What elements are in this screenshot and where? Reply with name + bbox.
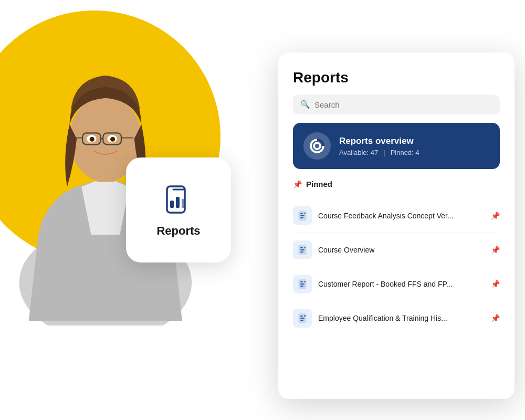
svg-rect-16: [176, 197, 180, 208]
pin-header-icon: 📌: [293, 180, 302, 188]
reports-icon-label: Reports: [156, 224, 200, 238]
main-scene: Reports Reports 🔍 Reports overview: [0, 0, 525, 420]
svg-rect-29: [300, 251, 303, 253]
report-pin-icon: 📌: [491, 246, 500, 254]
meta-divider: |: [383, 149, 385, 156]
report-list-item[interactable]: Course Overview 📌: [293, 233, 500, 267]
report-doc-icon: [293, 309, 312, 328]
available-text: Available: 47: [339, 149, 378, 156]
reports-panel: Reports 🔍 Reports overview Available: [278, 52, 514, 399]
report-doc-icon: [293, 206, 312, 225]
report-pin-icon: 📌: [491, 212, 500, 220]
svg-rect-15: [170, 201, 174, 208]
overview-info: Reports overview Available: 47 | Pinned:…: [339, 136, 419, 156]
pinned-section-label: Pinned: [306, 180, 332, 188]
report-pin-icon: 📌: [491, 314, 500, 322]
report-item-name: Course Feedback Analysis Concept Ver...: [318, 212, 485, 220]
report-doc-icon: [293, 275, 312, 293]
svg-rect-34: [300, 286, 303, 287]
reports-icon-card: Reports: [126, 158, 231, 262]
report-pin-icon: 📌: [491, 280, 500, 288]
svg-rect-40: [304, 315, 306, 317]
report-item-name: Customer Report - Booked FFS and FP...: [318, 280, 485, 288]
panel-title: Reports: [293, 69, 500, 86]
report-item-name: Employee Qualification & Training His...: [318, 314, 485, 322]
search-bar[interactable]: 🔍: [293, 94, 500, 114]
report-list-item[interactable]: Employee Qualification & Training His...…: [293, 301, 500, 335]
report-list-item[interactable]: Course Feedback Analysis Concept Ver... …: [293, 199, 500, 233]
overview-card-title: Reports overview: [339, 136, 419, 146]
svg-point-11: [110, 137, 115, 142]
svg-rect-22: [300, 213, 303, 214]
reports-icon-graphic: [160, 182, 197, 220]
svg-rect-37: [300, 316, 303, 317]
report-doc-icon: [293, 240, 312, 259]
pinned-text: Pinned: 4: [391, 149, 419, 156]
svg-rect-38: [300, 318, 304, 319]
report-item-name: Course Overview: [318, 246, 485, 254]
overview-icon: [303, 132, 331, 160]
svg-rect-23: [300, 215, 304, 216]
pinned-section-header: 📌 Pinned: [293, 177, 500, 191]
svg-rect-28: [300, 249, 304, 250]
overview-card[interactable]: Reports overview Available: 47 | Pinned:…: [293, 123, 500, 169]
svg-rect-30: [304, 247, 306, 248]
svg-rect-32: [300, 281, 303, 282]
svg-point-20: [314, 143, 320, 149]
svg-rect-39: [300, 320, 303, 321]
overview-meta: Available: 47 | Pinned: 4: [339, 149, 419, 156]
search-input[interactable]: [314, 100, 492, 109]
svg-rect-17: [182, 199, 185, 208]
report-list-item[interactable]: Customer Report - Booked FFS and FP... 📌: [293, 267, 500, 301]
report-list: Course Feedback Analysis Concept Ver... …: [293, 199, 500, 335]
svg-point-10: [90, 137, 94, 142]
svg-rect-24: [300, 217, 303, 218]
svg-rect-35: [304, 281, 306, 282]
svg-rect-33: [300, 284, 304, 285]
svg-rect-27: [300, 247, 303, 248]
svg-rect-25: [304, 213, 306, 214]
search-icon: 🔍: [300, 100, 310, 109]
